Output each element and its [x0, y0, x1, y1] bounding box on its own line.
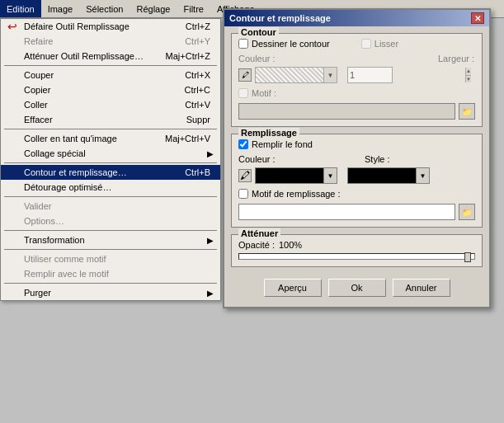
draw-contour-label: Dessiner le contour: [252, 39, 330, 49]
contour-section-label: Contour: [238, 27, 279, 37]
motif-remplissage-row: Motif de remplissage : 📁: [238, 189, 475, 220]
motif-contour-checkbox[interactable]: [238, 88, 248, 98]
menu-remplir-motif: Remplir avec le motif: [1, 266, 220, 281]
attenuer-section: Atténuer Opacité : 100%: [231, 234, 483, 267]
motif-remplissage-input-row: 📁: [238, 204, 475, 220]
fill-color-style-labels-row: Couleur : Style :: [238, 154, 475, 164]
separator-4: [4, 196, 217, 197]
menu-filtre[interactable]: Filtre: [177, 0, 210, 17]
smooth-checkbox[interactable]: [361, 39, 371, 49]
menu-purger[interactable]: Purger ▶: [1, 285, 220, 300]
fill-color-style-controls-row: 🖍 ▼ ▼: [238, 167, 475, 184]
fill-style-combo-btn[interactable]: ▼: [416, 168, 429, 183]
fill-color-label: Couleur :: [238, 154, 276, 164]
menu-reglage[interactable]: Réglage: [130, 0, 177, 17]
smooth-label: Lisser: [374, 39, 398, 49]
menu-utiliser-motif: Utiliser comme motif: [1, 251, 220, 266]
motif-contour-label: Motif :: [252, 88, 276, 98]
motif-contour-input[interactable]: [238, 103, 455, 120]
menu-image[interactable]: Image: [41, 0, 80, 17]
color-largeur-row: Couleur : Largeur :: [238, 54, 475, 63]
opacity-label: Opacité :: [238, 240, 276, 250]
menu-options: Options…: [1, 214, 220, 228]
menu-copier[interactable]: Copier Ctrl+C: [1, 82, 220, 97]
motif-contour-row: Motif : 📁: [238, 88, 475, 120]
draw-contour-checkbox[interactable]: [238, 39, 248, 49]
color-label: Couleur :: [238, 54, 276, 63]
largeur-spinners: ▲ ▼: [465, 68, 471, 82]
separator-3: [4, 162, 217, 163]
fill-fond-label: Remplir le fond: [252, 139, 313, 149]
separator-1: [4, 65, 217, 66]
motif-remplissage-checkbox[interactable]: [238, 189, 248, 199]
menu-effacer[interactable]: Effacer Suppr: [1, 112, 220, 127]
motif-remplissage-folder-btn[interactable]: 📁: [459, 204, 475, 220]
remplissage-section-label: Remplissage: [238, 128, 299, 138]
fill-fond-checkbox[interactable]: [238, 139, 248, 149]
menu-edition[interactable]: Edition: [0, 0, 41, 17]
contour-section: Contour Dessiner le contour Lisser Coule…: [231, 33, 483, 127]
fill-color-combo[interactable]: ▼: [255, 167, 337, 184]
separator-5: [4, 230, 217, 231]
fill-checkbox-row: Remplir le fond: [238, 139, 475, 149]
color-size-controls-row: 🖍 ▼ ▲ ▼: [238, 67, 475, 83]
fill-style-combo[interactable]: ▼: [347, 167, 430, 184]
dialog-titlebar: Contour et remplissage ✕: [224, 10, 489, 26]
color-combo-btn[interactable]: ▼: [323, 68, 337, 82]
menu-selection[interactable]: Sélection: [79, 0, 130, 17]
menu-contour-remplissage[interactable]: Contour et remplissage… Ctrl+B: [1, 165, 220, 180]
remplissage-section: Remplissage Remplir le fond Couleur : St…: [231, 134, 483, 228]
menu-couper[interactable]: Couper Ctrl+X: [1, 68, 220, 82]
menu-coller-image[interactable]: Coller en tant qu'image Maj+Ctrl+V: [1, 131, 220, 146]
menu-attenuer[interactable]: Atténuer Outil Remplissage… Maj+Ctrl+Z: [1, 49, 220, 63]
largeur-label: Largeur :: [438, 54, 475, 63]
undo-icon: ↩: [6, 20, 19, 33]
opacity-row: Opacité : 100%: [238, 240, 475, 250]
eyedropper-icon[interactable]: 🖍: [238, 68, 252, 82]
menu-coller[interactable]: Coller Ctrl+V: [1, 97, 220, 112]
opacity-slider-track: [238, 253, 475, 260]
largeur-up-btn[interactable]: ▲: [466, 68, 471, 76]
menu-refaire: Refaire Ctrl+Y: [1, 34, 220, 49]
motif-contour-folder-btn[interactable]: 📁: [459, 103, 475, 120]
dialog-body: Contour Dessiner le contour Lisser Coule…: [224, 26, 489, 307]
largeur-input[interactable]: [348, 68, 465, 82]
fill-color-combo-btn[interactable]: ▼: [323, 168, 337, 183]
edition-dropdown: ↩ Défaire Outil Remplissage Ctrl+Z Refai…: [0, 18, 221, 301]
color-combo[interactable]: ▼: [255, 67, 337, 83]
motif-remplissage-input[interactable]: [238, 204, 455, 220]
cancel-button[interactable]: Annuler: [393, 279, 450, 297]
menu-valider: Valider: [1, 199, 220, 214]
opacity-slider-thumb[interactable]: [464, 252, 471, 262]
fill-style-label: Style :: [365, 154, 402, 164]
separator-2: [4, 129, 217, 129]
motif-checkbox-row: Motif :: [238, 88, 475, 98]
dialog-buttons-row: Aperçu Ok Annuler: [231, 274, 483, 300]
largeur-spinbox[interactable]: ▲ ▼: [347, 67, 393, 83]
attenuer-section-label: Atténuer: [238, 228, 280, 238]
largeur-down-btn[interactable]: ▼: [466, 76, 471, 83]
separator-6: [4, 249, 217, 250]
draw-contour-row: Dessiner le contour Lisser: [238, 39, 475, 49]
motif-contour-input-row: 📁: [238, 103, 475, 120]
menu-collage-special[interactable]: Collage spécial ▶: [1, 146, 220, 161]
menu-detourage[interactable]: Détourage optimisé…: [1, 180, 220, 195]
opacity-slider-container: [238, 253, 475, 260]
contour-remplissage-dialog: Contour et remplissage ✕ Contour Dessine…: [223, 8, 491, 308]
opacity-value: 100%: [279, 240, 316, 250]
motif-remplissage-checkbox-row: Motif de remplissage :: [238, 189, 475, 199]
menu-defaire[interactable]: ↩ Défaire Outil Remplissage Ctrl+Z: [1, 19, 220, 34]
ok-button[interactable]: Ok: [328, 279, 386, 297]
dialog-close-button[interactable]: ✕: [471, 12, 484, 24]
menu-transformation[interactable]: Transformation ▶: [1, 233, 220, 247]
separator-7: [4, 283, 217, 284]
dialog-title: Contour et remplissage: [229, 13, 331, 23]
fill-eyedropper-icon[interactable]: 🖍: [238, 169, 252, 182]
apercu-button[interactable]: Aperçu: [264, 279, 322, 297]
motif-remplissage-label: Motif de remplissage :: [252, 189, 341, 199]
